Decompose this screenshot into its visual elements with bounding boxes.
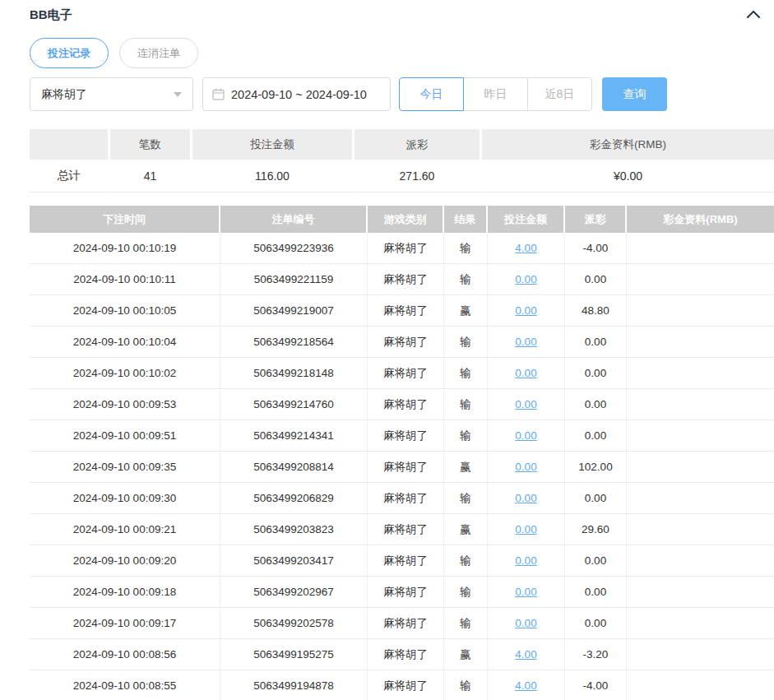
- bet-time-cell: 2024-09-10 00:09:17: [30, 608, 220, 638]
- payout-cell: 0.00: [565, 483, 627, 513]
- payout-cell: 0.00: [565, 577, 627, 607]
- bet-amount-link[interactable]: 4.00: [515, 679, 536, 692]
- summary-header-payout: 派彩: [355, 129, 482, 160]
- payout-cell: 29.60: [565, 514, 627, 545]
- bonus-cell: [627, 358, 774, 388]
- table-row: 2024-09-10 00:09:20 5063499203417 麻将胡了 输…: [30, 545, 774, 577]
- bet-amount-link[interactable]: 0.00: [515, 367, 536, 379]
- tab-cancelled-orders[interactable]: 连消注单: [119, 38, 198, 68]
- bet-amount-link[interactable]: 0.00: [515, 492, 536, 504]
- date-range-input[interactable]: 2024-09-10 ~ 2024-09-10: [202, 77, 391, 111]
- records-header-row: 下注时间 注单编号 游戏类别 结果 投注金额 派彩 彩金资料(RMB): [30, 206, 774, 233]
- payout-cell: 0.00: [565, 608, 627, 638]
- bet-time-cell: 2024-09-10 00:09:30: [30, 483, 220, 513]
- game-type-cell: 麻将胡了: [368, 420, 444, 451]
- order-number-cell: 5063499218564: [220, 327, 368, 357]
- quick-range-label: 昨日: [484, 87, 508, 102]
- order-number-cell: 5063499202967: [220, 577, 368, 607]
- query-button[interactable]: 查询: [602, 77, 667, 111]
- table-row: 2024-09-10 00:09:51 5063499214341 麻将胡了 输…: [30, 420, 774, 452]
- order-number-cell: 5063499219007: [220, 295, 368, 326]
- chevron-up-icon: [746, 7, 761, 22]
- summary-total-row: 总计 41 116.00 271.60 ¥0.00: [30, 160, 774, 192]
- summary-header-bonus: 彩金资料(RMB): [482, 129, 774, 160]
- table-row: 2024-09-10 00:09:35 5063499208814 麻将胡了 赢…: [30, 452, 774, 483]
- record-tabs: 投注记录 连消注单: [30, 38, 774, 68]
- bet-amount-link[interactable]: 0.00: [515, 617, 536, 629]
- game-select[interactable]: 麻将胡了: [30, 77, 193, 111]
- table-row: 2024-09-10 00:10:02 5063499218148 麻将胡了 输…: [30, 358, 774, 389]
- summary-table: 笔数 投注金额 派彩 彩金资料(RMB) 总计 41 116.00 271.60…: [30, 129, 774, 192]
- quick-range-yesterday[interactable]: 昨日: [463, 77, 528, 111]
- table-row: 2024-09-10 00:10:05 5063499219007 麻将胡了 赢…: [30, 295, 774, 327]
- collapse-button[interactable]: [746, 7, 761, 22]
- bonus-cell: [627, 545, 774, 576]
- bet-amount-link[interactable]: 4.00: [515, 242, 536, 254]
- table-row: 2024-09-10 00:09:30 5063499206829 麻将胡了 输…: [30, 483, 774, 514]
- tab-betting-records[interactable]: 投注记录: [30, 38, 109, 68]
- bet-time-cell: 2024-09-10 00:08:56: [30, 639, 220, 670]
- bet-amount-link[interactable]: 0.00: [515, 273, 536, 285]
- records-header-time: 下注时间: [30, 206, 220, 233]
- records-header-bonus: 彩金资料(RMB): [627, 206, 774, 233]
- payout-cell: 102.00: [565, 452, 627, 482]
- order-number-cell: 5063499214341: [220, 420, 368, 451]
- tab-label: 连消注单: [137, 46, 180, 61]
- bet-time-cell: 2024-09-10 00:10:19: [30, 233, 220, 263]
- summary-total-bet: 116.00: [192, 160, 355, 192]
- quick-range-label: 近8日: [545, 87, 575, 102]
- bet-time-cell: 2024-09-10 00:09:35: [30, 452, 220, 482]
- result-cell: 赢: [444, 639, 488, 670]
- table-row: 2024-09-10 00:10:11 5063499221159 麻将胡了 输…: [30, 264, 774, 295]
- order-number-cell: 5063499223936: [220, 233, 368, 263]
- quick-range-last8days[interactable]: 近8日: [527, 77, 592, 111]
- game-type-cell: 麻将胡了: [368, 452, 444, 482]
- table-row: 2024-09-10 00:09:53 5063499214760 麻将胡了 输…: [30, 389, 774, 420]
- result-cell: 输: [444, 420, 488, 451]
- result-cell: 输: [444, 577, 488, 607]
- panel-title: BB电子: [30, 7, 72, 23]
- game-type-cell: 麻将胡了: [368, 577, 444, 607]
- bet-amount-link[interactable]: 0.00: [515, 398, 536, 410]
- summary-header-bet: 投注金额: [192, 129, 355, 160]
- bet-amount-link[interactable]: 0.00: [515, 336, 536, 348]
- bet-amount-link[interactable]: 0.00: [515, 586, 536, 598]
- bet-amount-link[interactable]: 4.00: [515, 648, 536, 661]
- game-type-cell: 麻将胡了: [368, 358, 444, 388]
- result-cell: 输: [444, 545, 488, 576]
- game-type-cell: 麻将胡了: [368, 639, 444, 670]
- game-type-cell: 麻将胡了: [368, 389, 444, 420]
- table-row: 2024-09-10 00:09:17 5063499202578 麻将胡了 输…: [30, 608, 774, 639]
- result-cell: 输: [444, 264, 488, 294]
- bet-amount-link[interactable]: 0.00: [515, 304, 536, 317]
- bonus-cell: [627, 264, 774, 294]
- bet-time-cell: 2024-09-10 00:08:55: [30, 670, 220, 700]
- result-cell: 输: [444, 327, 488, 357]
- game-type-cell: 麻将胡了: [368, 545, 444, 576]
- payout-cell: 0.00: [565, 545, 627, 576]
- filter-bar: 麻将胡了 2024-09-10 ~ 2024-09-10 今日 昨日 近8日 查…: [30, 77, 774, 111]
- chevron-down-icon: [174, 92, 182, 97]
- bet-time-cell: 2024-09-10 00:10:11: [30, 264, 220, 294]
- bet-amount-link[interactable]: 0.00: [515, 429, 536, 442]
- bb-electronics-panel: BB电子 投注记录 连消注单 麻将胡了 2024-09-10 ~ 2024-09…: [30, 0, 774, 700]
- payout-cell: 0.00: [565, 358, 627, 388]
- calendar-icon: [212, 88, 225, 100]
- summary-total-bonus: ¥0.00: [482, 160, 774, 192]
- table-row: 2024-09-10 00:10:04 5063499218564 麻将胡了 输…: [30, 327, 774, 358]
- game-type-cell: 麻将胡了: [368, 670, 444, 700]
- table-row: 2024-09-10 00:10:19 5063499223936 麻将胡了 输…: [30, 233, 774, 264]
- bet-amount-link[interactable]: 0.00: [515, 554, 536, 567]
- bonus-cell: [627, 420, 774, 451]
- payout-cell: 0.00: [565, 327, 627, 357]
- table-row: 2024-09-10 00:08:55 5063499194878 麻将胡了 输…: [30, 670, 774, 700]
- bet-amount-link[interactable]: 0.00: [515, 461, 536, 473]
- result-cell: 输: [444, 233, 488, 263]
- bet-time-cell: 2024-09-10 00:09:21: [30, 514, 220, 545]
- result-cell: 赢: [444, 514, 488, 545]
- quick-range-today[interactable]: 今日: [399, 77, 464, 111]
- date-range-value: 2024-09-10 ~ 2024-09-10: [231, 88, 367, 101]
- bet-amount-link[interactable]: 0.00: [515, 523, 536, 535]
- bonus-cell: [627, 295, 774, 326]
- bonus-cell: [627, 670, 774, 700]
